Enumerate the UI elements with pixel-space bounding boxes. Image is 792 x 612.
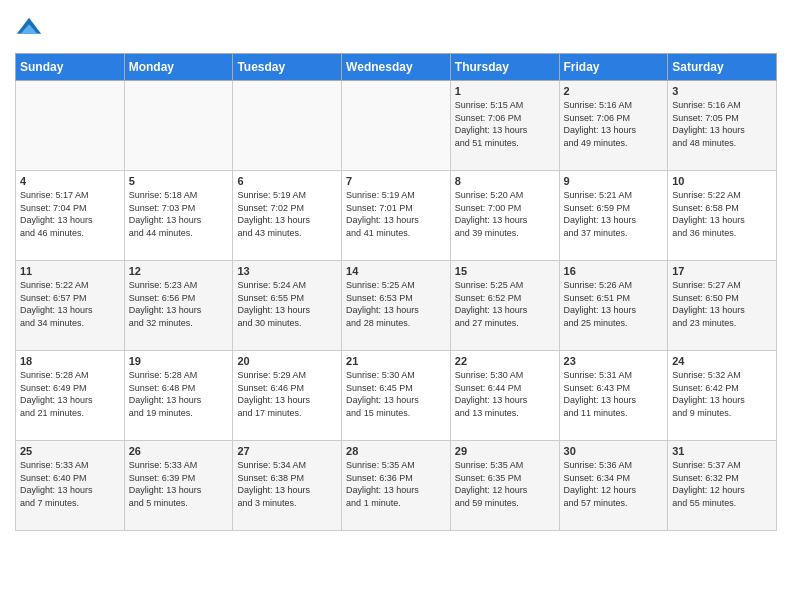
day-cell: 3Sunrise: 5:16 AM Sunset: 7:05 PM Daylig… xyxy=(668,81,777,171)
day-cell: 5Sunrise: 5:18 AM Sunset: 7:03 PM Daylig… xyxy=(124,171,233,261)
day-detail: Sunrise: 5:19 AM Sunset: 7:01 PM Dayligh… xyxy=(346,189,446,239)
day-cell: 4Sunrise: 5:17 AM Sunset: 7:04 PM Daylig… xyxy=(16,171,125,261)
day-detail: Sunrise: 5:33 AM Sunset: 6:39 PM Dayligh… xyxy=(129,459,229,509)
page-header xyxy=(15,15,777,43)
day-number: 24 xyxy=(672,355,772,367)
day-number: 17 xyxy=(672,265,772,277)
day-cell: 7Sunrise: 5:19 AM Sunset: 7:01 PM Daylig… xyxy=(342,171,451,261)
day-number: 14 xyxy=(346,265,446,277)
day-detail: Sunrise: 5:33 AM Sunset: 6:40 PM Dayligh… xyxy=(20,459,120,509)
day-number: 23 xyxy=(564,355,664,367)
day-number: 21 xyxy=(346,355,446,367)
day-cell: 26Sunrise: 5:33 AM Sunset: 6:39 PM Dayli… xyxy=(124,441,233,531)
day-detail: Sunrise: 5:17 AM Sunset: 7:04 PM Dayligh… xyxy=(20,189,120,239)
day-cell: 16Sunrise: 5:26 AM Sunset: 6:51 PM Dayli… xyxy=(559,261,668,351)
day-number: 6 xyxy=(237,175,337,187)
day-number: 9 xyxy=(564,175,664,187)
week-row-5: 25Sunrise: 5:33 AM Sunset: 6:40 PM Dayli… xyxy=(16,441,777,531)
day-cell: 21Sunrise: 5:30 AM Sunset: 6:45 PM Dayli… xyxy=(342,351,451,441)
logo-icon xyxy=(15,15,43,43)
day-number: 7 xyxy=(346,175,446,187)
day-detail: Sunrise: 5:16 AM Sunset: 7:06 PM Dayligh… xyxy=(564,99,664,149)
weekday-header-sunday: Sunday xyxy=(16,54,125,81)
day-detail: Sunrise: 5:30 AM Sunset: 6:45 PM Dayligh… xyxy=(346,369,446,419)
week-row-1: 1Sunrise: 5:15 AM Sunset: 7:06 PM Daylig… xyxy=(16,81,777,171)
day-detail: Sunrise: 5:22 AM Sunset: 6:57 PM Dayligh… xyxy=(20,279,120,329)
day-detail: Sunrise: 5:29 AM Sunset: 6:46 PM Dayligh… xyxy=(237,369,337,419)
day-detail: Sunrise: 5:34 AM Sunset: 6:38 PM Dayligh… xyxy=(237,459,337,509)
day-number: 5 xyxy=(129,175,229,187)
day-detail: Sunrise: 5:23 AM Sunset: 6:56 PM Dayligh… xyxy=(129,279,229,329)
day-detail: Sunrise: 5:16 AM Sunset: 7:05 PM Dayligh… xyxy=(672,99,772,149)
day-number: 22 xyxy=(455,355,555,367)
day-cell: 11Sunrise: 5:22 AM Sunset: 6:57 PM Dayli… xyxy=(16,261,125,351)
day-cell: 14Sunrise: 5:25 AM Sunset: 6:53 PM Dayli… xyxy=(342,261,451,351)
day-cell: 19Sunrise: 5:28 AM Sunset: 6:48 PM Dayli… xyxy=(124,351,233,441)
day-cell: 10Sunrise: 5:22 AM Sunset: 6:58 PM Dayli… xyxy=(668,171,777,261)
day-cell: 17Sunrise: 5:27 AM Sunset: 6:50 PM Dayli… xyxy=(668,261,777,351)
day-cell: 23Sunrise: 5:31 AM Sunset: 6:43 PM Dayli… xyxy=(559,351,668,441)
logo xyxy=(15,15,47,43)
day-number: 20 xyxy=(237,355,337,367)
day-cell: 6Sunrise: 5:19 AM Sunset: 7:02 PM Daylig… xyxy=(233,171,342,261)
weekday-header-friday: Friday xyxy=(559,54,668,81)
day-detail: Sunrise: 5:37 AM Sunset: 6:32 PM Dayligh… xyxy=(672,459,772,509)
day-number: 2 xyxy=(564,85,664,97)
day-detail: Sunrise: 5:35 AM Sunset: 6:36 PM Dayligh… xyxy=(346,459,446,509)
day-detail: Sunrise: 5:26 AM Sunset: 6:51 PM Dayligh… xyxy=(564,279,664,329)
weekday-header-saturday: Saturday xyxy=(668,54,777,81)
day-cell xyxy=(16,81,125,171)
calendar-table: SundayMondayTuesdayWednesdayThursdayFrid… xyxy=(15,53,777,531)
day-cell: 2Sunrise: 5:16 AM Sunset: 7:06 PM Daylig… xyxy=(559,81,668,171)
day-cell: 24Sunrise: 5:32 AM Sunset: 6:42 PM Dayli… xyxy=(668,351,777,441)
day-cell: 27Sunrise: 5:34 AM Sunset: 6:38 PM Dayli… xyxy=(233,441,342,531)
weekday-header-row: SundayMondayTuesdayWednesdayThursdayFrid… xyxy=(16,54,777,81)
weekday-header-thursday: Thursday xyxy=(450,54,559,81)
day-number: 16 xyxy=(564,265,664,277)
day-number: 30 xyxy=(564,445,664,457)
day-detail: Sunrise: 5:19 AM Sunset: 7:02 PM Dayligh… xyxy=(237,189,337,239)
day-detail: Sunrise: 5:24 AM Sunset: 6:55 PM Dayligh… xyxy=(237,279,337,329)
day-number: 25 xyxy=(20,445,120,457)
day-detail: Sunrise: 5:18 AM Sunset: 7:03 PM Dayligh… xyxy=(129,189,229,239)
day-number: 12 xyxy=(129,265,229,277)
day-cell: 9Sunrise: 5:21 AM Sunset: 6:59 PM Daylig… xyxy=(559,171,668,261)
day-cell: 8Sunrise: 5:20 AM Sunset: 7:00 PM Daylig… xyxy=(450,171,559,261)
day-cell: 1Sunrise: 5:15 AM Sunset: 7:06 PM Daylig… xyxy=(450,81,559,171)
week-row-4: 18Sunrise: 5:28 AM Sunset: 6:49 PM Dayli… xyxy=(16,351,777,441)
day-number: 15 xyxy=(455,265,555,277)
day-cell: 28Sunrise: 5:35 AM Sunset: 6:36 PM Dayli… xyxy=(342,441,451,531)
day-number: 4 xyxy=(20,175,120,187)
day-number: 27 xyxy=(237,445,337,457)
day-detail: Sunrise: 5:20 AM Sunset: 7:00 PM Dayligh… xyxy=(455,189,555,239)
day-detail: Sunrise: 5:28 AM Sunset: 6:48 PM Dayligh… xyxy=(129,369,229,419)
day-detail: Sunrise: 5:30 AM Sunset: 6:44 PM Dayligh… xyxy=(455,369,555,419)
day-number: 10 xyxy=(672,175,772,187)
day-cell xyxy=(342,81,451,171)
day-number: 18 xyxy=(20,355,120,367)
day-number: 3 xyxy=(672,85,772,97)
day-cell: 31Sunrise: 5:37 AM Sunset: 6:32 PM Dayli… xyxy=(668,441,777,531)
day-number: 8 xyxy=(455,175,555,187)
day-number: 28 xyxy=(346,445,446,457)
day-number: 26 xyxy=(129,445,229,457)
day-cell: 22Sunrise: 5:30 AM Sunset: 6:44 PM Dayli… xyxy=(450,351,559,441)
day-cell xyxy=(233,81,342,171)
day-detail: Sunrise: 5:32 AM Sunset: 6:42 PM Dayligh… xyxy=(672,369,772,419)
day-cell: 18Sunrise: 5:28 AM Sunset: 6:49 PM Dayli… xyxy=(16,351,125,441)
day-detail: Sunrise: 5:21 AM Sunset: 6:59 PM Dayligh… xyxy=(564,189,664,239)
day-number: 1 xyxy=(455,85,555,97)
weekday-header-monday: Monday xyxy=(124,54,233,81)
day-cell: 20Sunrise: 5:29 AM Sunset: 6:46 PM Dayli… xyxy=(233,351,342,441)
weekday-header-tuesday: Tuesday xyxy=(233,54,342,81)
weekday-header-wednesday: Wednesday xyxy=(342,54,451,81)
day-number: 11 xyxy=(20,265,120,277)
day-detail: Sunrise: 5:25 AM Sunset: 6:52 PM Dayligh… xyxy=(455,279,555,329)
day-cell: 30Sunrise: 5:36 AM Sunset: 6:34 PM Dayli… xyxy=(559,441,668,531)
day-detail: Sunrise: 5:28 AM Sunset: 6:49 PM Dayligh… xyxy=(20,369,120,419)
day-detail: Sunrise: 5:36 AM Sunset: 6:34 PM Dayligh… xyxy=(564,459,664,509)
day-detail: Sunrise: 5:25 AM Sunset: 6:53 PM Dayligh… xyxy=(346,279,446,329)
day-cell: 25Sunrise: 5:33 AM Sunset: 6:40 PM Dayli… xyxy=(16,441,125,531)
week-row-3: 11Sunrise: 5:22 AM Sunset: 6:57 PM Dayli… xyxy=(16,261,777,351)
day-number: 29 xyxy=(455,445,555,457)
